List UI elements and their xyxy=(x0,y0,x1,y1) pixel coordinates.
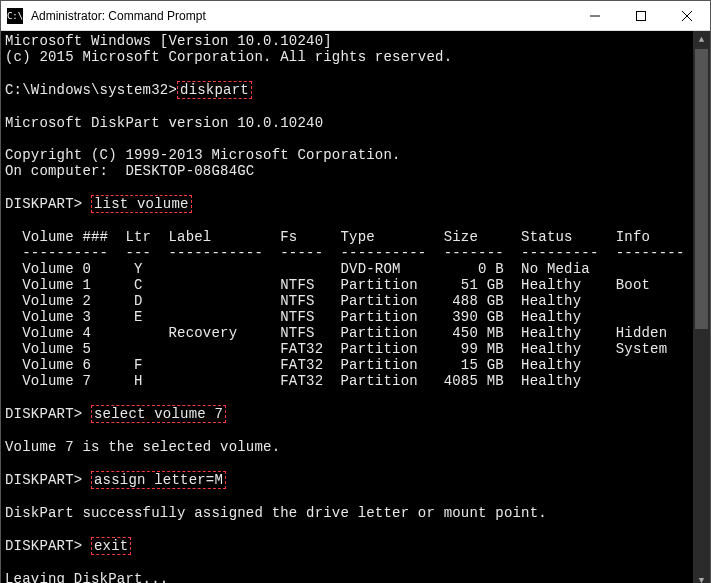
vertical-scrollbar[interactable]: ▲ ▼ xyxy=(693,31,710,583)
close-icon xyxy=(682,11,692,21)
table-divider: ---------- --- ----------- ----- -------… xyxy=(5,245,685,261)
cmd-assign-letter: assign letter=M xyxy=(91,471,226,489)
diskpart-prompt: DISKPART> xyxy=(5,472,91,488)
scroll-up-arrow-icon[interactable]: ▲ xyxy=(693,31,710,48)
cmd-diskpart: diskpart xyxy=(177,81,252,99)
table-row: Volume 3 E NTFS Partition 390 GB Healthy xyxy=(5,309,581,325)
terminal-output[interactable]: Microsoft Windows [Version 10.0.10240] (… xyxy=(1,31,693,583)
diskpart-prompt: DISKPART> xyxy=(5,196,91,212)
terminal-area: Microsoft Windows [Version 10.0.10240] (… xyxy=(1,31,710,583)
cmd-list-volume: list volume xyxy=(91,195,192,213)
svg-rect-1 xyxy=(637,11,646,20)
diskpart-prompt: DISKPART> xyxy=(5,538,91,554)
os-version-line: Microsoft Windows [Version 10.0.10240] xyxy=(5,33,332,49)
table-row: Volume 6 F FAT32 Partition 15 GB Healthy xyxy=(5,357,581,373)
command-prompt-window: C:\ Administrator: Command Prompt Micros… xyxy=(0,0,711,583)
prompt-path: C:\Windows\system32> xyxy=(5,82,177,98)
minimize-icon xyxy=(590,11,600,21)
msg-leaving: Leaving DiskPart... xyxy=(5,571,168,583)
minimize-button[interactable] xyxy=(572,1,618,31)
table-row: Volume 5 FAT32 Partition 99 MB Healthy S… xyxy=(5,341,667,357)
maximize-icon xyxy=(636,11,646,21)
msg-volume-selected: Volume 7 is the selected volume. xyxy=(5,439,280,455)
table-row: Volume 7 H FAT32 Partition 4085 MB Healt… xyxy=(5,373,581,389)
cmd-select-volume: select volume 7 xyxy=(91,405,226,423)
scrollbar-thumb[interactable] xyxy=(695,49,708,329)
window-title: Administrator: Command Prompt xyxy=(29,9,572,23)
table-row: Volume 4 Recovery NTFS Partition 450 MB … xyxy=(5,325,667,341)
diskpart-prompt: DISKPART> xyxy=(5,406,91,422)
table-row: Volume 2 D NTFS Partition 488 GB Healthy xyxy=(5,293,581,309)
maximize-button[interactable] xyxy=(618,1,664,31)
diskpart-computer: On computer: DESKTOP-08G84GC xyxy=(5,163,254,179)
window-controls xyxy=(572,1,710,31)
table-row: Volume 0 Y DVD-ROM 0 B No Media xyxy=(5,261,590,277)
titlebar[interactable]: C:\ Administrator: Command Prompt xyxy=(1,1,710,31)
table-row: Volume 1 C NTFS Partition 51 GB Healthy … xyxy=(5,277,650,293)
cmd-exit: exit xyxy=(91,537,131,555)
close-button[interactable] xyxy=(664,1,710,31)
diskpart-version: Microsoft DiskPart version 10.0.10240 xyxy=(5,115,323,131)
app-icon: C:\ xyxy=(7,8,23,24)
scroll-down-arrow-icon[interactable]: ▼ xyxy=(693,572,710,583)
diskpart-copyright: Copyright (C) 1999-2013 Microsoft Corpor… xyxy=(5,147,401,163)
msg-letter-assigned: DiskPart successfully assigned the drive… xyxy=(5,505,547,521)
table-header: Volume ### Ltr Label Fs Type Size Status… xyxy=(5,229,650,245)
copyright-line: (c) 2015 Microsoft Corporation. All righ… xyxy=(5,49,452,65)
